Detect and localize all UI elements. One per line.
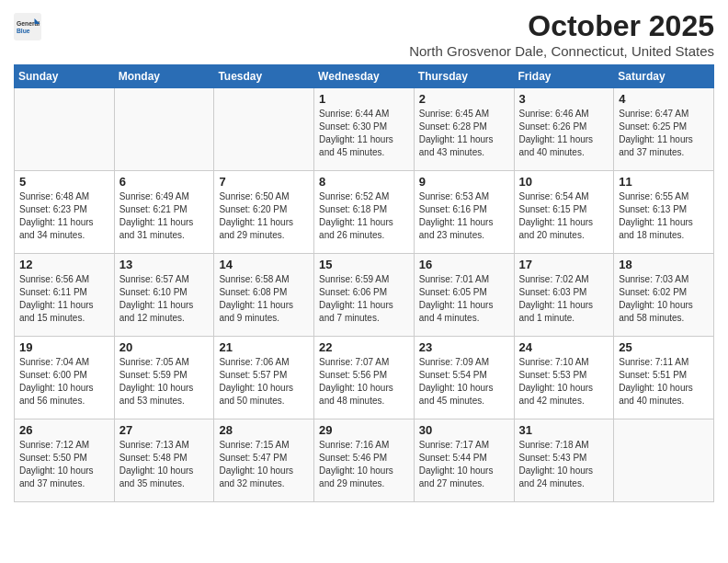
day-number: 20 [119, 340, 210, 354]
calendar-cell: 30Sunrise: 7:17 AMSunset: 5:44 PMDayligh… [414, 419, 514, 502]
calendar-cell: 4Sunrise: 6:47 AMSunset: 6:25 PMDaylight… [614, 88, 714, 171]
day-number: 12 [19, 258, 109, 271]
day-info: Sunrise: 7:12 AMSunset: 5:50 PMDaylight:… [19, 439, 109, 490]
week-row-1: 1Sunrise: 6:44 AMSunset: 6:30 PMDaylight… [15, 88, 714, 171]
weekday-header-saturday: Saturday [614, 65, 714, 88]
day-number: 18 [619, 258, 709, 271]
day-number: 27 [119, 423, 210, 437]
day-number: 28 [219, 423, 309, 437]
calendar-cell: 8Sunrise: 6:52 AMSunset: 6:18 PMDaylight… [314, 171, 415, 254]
calendar-cell: 27Sunrise: 7:13 AMSunset: 5:48 PMDayligh… [114, 419, 214, 502]
day-info: Sunrise: 6:53 AMSunset: 6:16 PMDaylight:… [419, 190, 509, 242]
day-info: Sunrise: 6:56 AMSunset: 6:11 PMDaylight:… [19, 273, 109, 325]
day-info: Sunrise: 6:47 AMSunset: 6:25 PMDaylight:… [619, 108, 709, 159]
day-number: 30 [419, 423, 509, 437]
day-info: Sunrise: 7:09 AMSunset: 5:54 PMDaylight:… [419, 356, 509, 408]
calendar-cell: 28Sunrise: 7:15 AMSunset: 5:47 PMDayligh… [214, 419, 314, 502]
calendar-cell: 2Sunrise: 6:45 AMSunset: 6:28 PMDaylight… [414, 88, 514, 171]
day-info: Sunrise: 7:13 AMSunset: 5:48 PMDaylight:… [119, 439, 210, 490]
svg-rect-0 [14, 13, 41, 40]
day-number: 1 [319, 92, 409, 106]
calendar-cell: 5Sunrise: 6:48 AMSunset: 6:23 PMDaylight… [15, 171, 115, 254]
day-number: 16 [419, 258, 509, 271]
calendar-cell [15, 88, 115, 171]
day-info: Sunrise: 6:52 AMSunset: 6:18 PMDaylight:… [319, 190, 409, 242]
day-info: Sunrise: 7:04 AMSunset: 6:00 PMDaylight:… [19, 356, 109, 408]
calendar-cell: 19Sunrise: 7:04 AMSunset: 6:00 PMDayligh… [15, 337, 115, 419]
weekday-header-tuesday: Tuesday [214, 65, 314, 88]
day-info: Sunrise: 7:07 AMSunset: 5:56 PMDaylight:… [319, 356, 409, 408]
day-number: 31 [519, 423, 609, 437]
calendar-cell: 11Sunrise: 6:55 AMSunset: 6:13 PMDayligh… [614, 171, 714, 254]
day-info: Sunrise: 6:44 AMSunset: 6:30 PMDaylight:… [319, 108, 409, 159]
weekday-header-monday: Monday [114, 65, 214, 88]
day-info: Sunrise: 7:02 AMSunset: 6:03 PMDaylight:… [519, 273, 609, 325]
calendar-table: SundayMondayTuesdayWednesdayThursdayFrid… [14, 64, 714, 502]
weekday-header-thursday: Thursday [414, 65, 514, 88]
week-row-4: 19Sunrise: 7:04 AMSunset: 6:00 PMDayligh… [15, 337, 714, 419]
day-number: 17 [519, 258, 609, 271]
logo-icon: General Blue [14, 13, 41, 40]
day-info: Sunrise: 6:45 AMSunset: 6:28 PMDaylight:… [419, 108, 509, 159]
day-number: 5 [19, 175, 109, 189]
day-info: Sunrise: 7:01 AMSunset: 6:05 PMDaylight:… [419, 273, 509, 325]
day-info: Sunrise: 6:49 AMSunset: 6:21 PMDaylight:… [119, 190, 210, 242]
day-info: Sunrise: 6:54 AMSunset: 6:15 PMDaylight:… [519, 190, 609, 242]
calendar-cell: 31Sunrise: 7:18 AMSunset: 5:43 PMDayligh… [514, 419, 614, 502]
day-number: 14 [219, 258, 309, 271]
day-info: Sunrise: 6:59 AMSunset: 6:06 PMDaylight:… [319, 273, 409, 325]
day-info: Sunrise: 6:50 AMSunset: 6:20 PMDaylight:… [219, 190, 309, 242]
day-number: 23 [419, 340, 509, 354]
calendar-cell: 24Sunrise: 7:10 AMSunset: 5:53 PMDayligh… [514, 337, 614, 419]
calendar-cell: 21Sunrise: 7:06 AMSunset: 5:57 PMDayligh… [214, 337, 314, 419]
day-number: 25 [619, 340, 709, 354]
title-block: October 2025 North Grosvenor Dale, Conne… [409, 9, 714, 59]
calendar-cell: 7Sunrise: 6:50 AMSunset: 6:20 PMDaylight… [214, 171, 314, 254]
day-number: 21 [219, 340, 309, 354]
day-number: 24 [519, 340, 609, 354]
calendar-cell [114, 88, 214, 171]
day-info: Sunrise: 6:57 AMSunset: 6:10 PMDaylight:… [119, 273, 210, 325]
calendar-cell: 15Sunrise: 6:59 AMSunset: 6:06 PMDayligh… [314, 254, 415, 337]
week-row-2: 5Sunrise: 6:48 AMSunset: 6:23 PMDaylight… [15, 171, 714, 254]
day-info: Sunrise: 7:05 AMSunset: 5:59 PMDaylight:… [119, 356, 210, 408]
day-info: Sunrise: 7:17 AMSunset: 5:44 PMDaylight:… [419, 439, 509, 490]
day-info: Sunrise: 7:18 AMSunset: 5:43 PMDaylight:… [519, 439, 609, 490]
day-info: Sunrise: 6:46 AMSunset: 6:26 PMDaylight:… [519, 108, 609, 159]
svg-text:Blue: Blue [17, 28, 30, 34]
calendar-cell: 26Sunrise: 7:12 AMSunset: 5:50 PMDayligh… [15, 419, 115, 502]
weekday-header-sunday: Sunday [15, 65, 115, 88]
day-number: 9 [419, 175, 509, 189]
calendar-cell: 3Sunrise: 6:46 AMSunset: 6:26 PMDaylight… [514, 88, 614, 171]
calendar-cell: 13Sunrise: 6:57 AMSunset: 6:10 PMDayligh… [114, 254, 214, 337]
day-number: 15 [319, 258, 409, 271]
weekday-header-row: SundayMondayTuesdayWednesdayThursdayFrid… [15, 65, 714, 88]
location-title: North Grosvenor Dale, Connecticut, Unite… [409, 43, 714, 59]
calendar-cell: 10Sunrise: 6:54 AMSunset: 6:15 PMDayligh… [514, 171, 614, 254]
calendar-cell: 14Sunrise: 6:58 AMSunset: 6:08 PMDayligh… [214, 254, 314, 337]
weekday-header-friday: Friday [514, 65, 614, 88]
week-row-5: 26Sunrise: 7:12 AMSunset: 5:50 PMDayligh… [15, 419, 714, 502]
day-number: 13 [119, 258, 210, 271]
calendar-cell: 16Sunrise: 7:01 AMSunset: 6:05 PMDayligh… [414, 254, 514, 337]
day-number: 11 [619, 175, 709, 189]
weekday-header-wednesday: Wednesday [314, 65, 415, 88]
calendar-cell [614, 419, 714, 502]
day-number: 4 [619, 92, 709, 106]
day-info: Sunrise: 7:11 AMSunset: 5:51 PMDaylight:… [619, 356, 709, 408]
calendar-cell: 22Sunrise: 7:07 AMSunset: 5:56 PMDayligh… [314, 337, 415, 419]
day-number: 26 [19, 423, 109, 437]
day-number: 6 [119, 175, 210, 189]
calendar-cell: 23Sunrise: 7:09 AMSunset: 5:54 PMDayligh… [414, 337, 514, 419]
day-info: Sunrise: 6:58 AMSunset: 6:08 PMDaylight:… [219, 273, 309, 325]
month-title: October 2025 [409, 9, 714, 43]
calendar-cell: 17Sunrise: 7:02 AMSunset: 6:03 PMDayligh… [514, 254, 614, 337]
calendar-cell: 9Sunrise: 6:53 AMSunset: 6:16 PMDaylight… [414, 171, 514, 254]
day-number: 7 [219, 175, 309, 189]
calendar-cell: 1Sunrise: 6:44 AMSunset: 6:30 PMDaylight… [314, 88, 415, 171]
day-number: 8 [319, 175, 409, 189]
page-header: General Blue October 2025 North Grosveno… [14, 9, 714, 59]
calendar-cell: 20Sunrise: 7:05 AMSunset: 5:59 PMDayligh… [114, 337, 214, 419]
calendar-cell: 6Sunrise: 6:49 AMSunset: 6:21 PMDaylight… [114, 171, 214, 254]
calendar-cell: 18Sunrise: 7:03 AMSunset: 6:02 PMDayligh… [614, 254, 714, 337]
